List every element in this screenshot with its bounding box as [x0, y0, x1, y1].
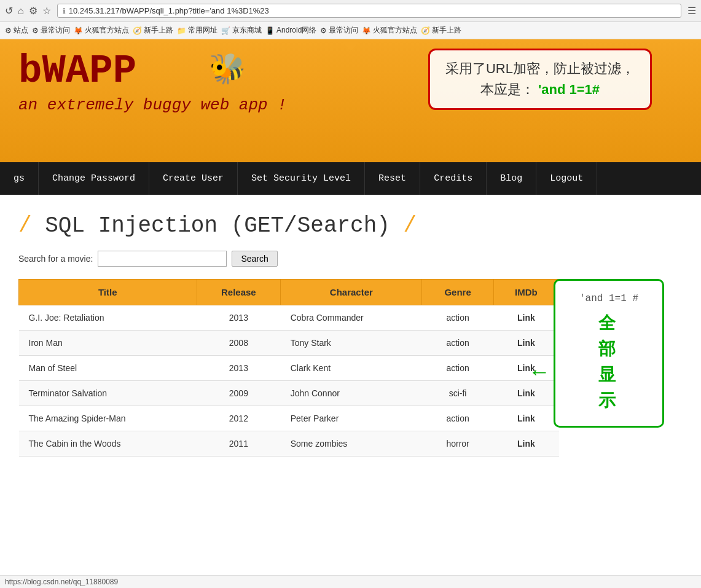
reload-icon[interactable]: ↺: [5, 5, 13, 17]
bookmark-label: Android网络: [276, 25, 316, 36]
bookmark-icon-recent: ⚙: [32, 26, 39, 35]
title-slash-right: /: [404, 213, 417, 238]
page-title: / SQL Injection (GET/Search) /: [18, 213, 683, 238]
cell-title: Terminator Salvation: [19, 381, 197, 406]
bookmark-icon[interactable]: ☆: [42, 5, 51, 17]
bookmark-icon-recent2: ⚙: [320, 26, 327, 35]
lock-icon: ℹ: [63, 7, 66, 15]
bookmark-label: 新手上路: [432, 25, 461, 36]
table-row: Man of Steel 2013 Clark Kent action Link: [19, 356, 559, 381]
bookmark-item[interactable]: 📁 常用网址: [177, 25, 217, 36]
table-row: Iron Man 2008 Tony Stark action Link: [19, 331, 559, 356]
cell-genre: action: [422, 331, 493, 356]
search-input[interactable]: [98, 251, 227, 267]
table-row: Terminator Salvation 2009 John Connor sc…: [19, 381, 559, 406]
cell-imdb[interactable]: Link: [493, 331, 558, 356]
cell-character: Tony Stark: [281, 331, 422, 356]
col-header-character: Character: [281, 280, 422, 305]
cell-imdb[interactable]: Link: [493, 431, 558, 457]
cell-title: Iron Man: [19, 331, 197, 356]
nav-item-set-security[interactable]: Set Security Level: [238, 162, 365, 195]
bookmark-icon-firefox2: 🦊: [362, 26, 371, 35]
cell-release: 2008: [197, 331, 281, 356]
bookmark-icon-gs: ⚙: [5, 26, 12, 35]
cell-imdb[interactable]: Link: [493, 406, 558, 431]
bwapp-header: bWAPP 🐝 an extremely buggy web app ! 采用了…: [0, 39, 701, 162]
bookmark-item[interactable]: ⚙ 最常访问: [32, 25, 70, 36]
bookmark-icon-android: 📱: [265, 26, 275, 35]
browser-controls: ↺ ⌂ ⚙ ☆: [5, 5, 51, 17]
bookmark-label: 最常访问: [41, 25, 70, 36]
page-title-text: SQL Injection (GET/Search): [45, 213, 390, 238]
home-icon[interactable]: ⌂: [18, 6, 24, 17]
col-header-title: Title: [19, 280, 197, 305]
browser-menu-icon[interactable]: ☰: [687, 5, 696, 17]
bookmark-label: 新手上路: [144, 25, 173, 36]
address-bar[interactable]: ℹ 10.245.31.217/bWAPP/sqli_1.php?title='…: [57, 4, 681, 18]
movie-table: Title Release Character Genre IMDb G.I. …: [18, 279, 559, 457]
bookmark-icon-jd: 🛒: [221, 26, 230, 35]
bookmark-item[interactable]: 🛒 京东商城: [221, 25, 262, 36]
nav-item-create-user[interactable]: Create User: [149, 162, 238, 195]
header-arrow: [340, 39, 362, 52]
page-content: / SQL Injection (GET/Search) / Search fo…: [0, 195, 701, 475]
table-section: Title Release Character Genre IMDb G.I. …: [18, 279, 683, 457]
bookmark-label: 最常访问: [329, 25, 358, 36]
search-button[interactable]: Search: [232, 251, 277, 267]
settings-icon[interactable]: ⚙: [29, 5, 37, 17]
search-form: Search for a movie: Search: [18, 251, 683, 267]
left-arrow: ←: [528, 359, 550, 385]
bookmark-item[interactable]: ⚙ 站点: [5, 25, 28, 36]
nav-item-change-password[interactable]: Change Password: [39, 162, 149, 195]
col-header-genre: Genre: [422, 280, 493, 305]
bookmark-item[interactable]: 🦊 火狐官方站点: [74, 25, 129, 36]
nav-item-reset[interactable]: Reset: [365, 162, 420, 195]
table-row: G.I. Joe: Retaliation 2013 Cobra Command…: [19, 305, 559, 331]
cell-genre: action: [422, 406, 493, 431]
bookmarks-bar: ⚙ 站点 ⚙ 最常访问 🦊 火狐官方站点 🧭 新手上路 📁 常用网址 🛒 京东商…: [0, 22, 701, 39]
browser-bar: ↺ ⌂ ⚙ ☆ ℹ 10.245.31.217/bWAPP/sqli_1.php…: [0, 0, 701, 22]
nav-bar: gs Change Password Create User Set Secur…: [0, 162, 701, 195]
cell-character: Clark Kent: [281, 356, 422, 381]
cell-imdb[interactable]: Link: [493, 305, 558, 331]
cell-release: 2012: [197, 406, 281, 431]
cell-title: G.I. Joe: Retaliation: [19, 305, 197, 331]
bookmark-icon-newbie: 🧭: [133, 26, 142, 35]
right-annotation-box: 'and 1=1 # 全部显示: [554, 279, 664, 428]
cell-release: 2009: [197, 381, 281, 406]
bookmark-icon-newbie2: 🧭: [421, 26, 430, 35]
col-header-imdb: IMDb: [493, 280, 558, 305]
cell-genre: sci-fi: [422, 381, 493, 406]
bookmark-item[interactable]: ⚙ 最常访问: [320, 25, 358, 36]
annotation-value: 'and 1=1#: [538, 82, 600, 97]
cell-genre: action: [422, 356, 493, 381]
bookmark-label: 京东商城: [232, 25, 262, 36]
cell-title: The Amazing Spider-Man: [19, 406, 197, 431]
bookmark-label: 常用网址: [188, 25, 217, 36]
bookmark-item[interactable]: 🦊 火狐官方站点: [362, 25, 417, 36]
annotation-prefix: 本应是：: [480, 82, 535, 97]
cell-release: 2013: [197, 356, 281, 381]
bookmark-item[interactable]: 🧭 新手上路: [133, 25, 173, 36]
url-annotation-box: 采用了URL加密，防止被过滤， 本应是： 'and 1=1#: [428, 49, 652, 110]
title-slash-left: /: [18, 213, 32, 238]
cell-title: Man of Steel: [19, 356, 197, 381]
cell-title: The Cabin in the Woods: [19, 431, 197, 457]
table-row: The Cabin in the Woods 2011 Some zombies…: [19, 431, 559, 457]
cell-character: John Connor: [281, 381, 422, 406]
bookmark-item[interactable]: 📱 Android网络: [265, 25, 316, 36]
nav-item-logout[interactable]: Logout: [536, 162, 597, 195]
bookmark-icon-common: 📁: [177, 26, 186, 35]
cell-character: Peter Parker: [281, 406, 422, 431]
annotation-line1: 采用了URL加密，防止被过滤，: [445, 60, 635, 78]
nav-item-gs[interactable]: gs: [0, 162, 39, 195]
search-label: Search for a movie:: [18, 254, 93, 264]
bookmark-item[interactable]: 🧭 新手上路: [421, 25, 461, 36]
nav-item-blog[interactable]: Blog: [487, 162, 536, 195]
nav-item-credits[interactable]: Credits: [420, 162, 487, 195]
url-text: 10.245.31.217/bWAPP/sqli_1.php?title='an…: [69, 6, 269, 15]
right-annotation-text: 全部显示: [598, 310, 619, 414]
bookmark-label: 火狐官方站点: [373, 25, 417, 36]
bookmark-icon-firefox: 🦊: [74, 26, 83, 35]
bee-icon: 🐝: [209, 52, 246, 86]
